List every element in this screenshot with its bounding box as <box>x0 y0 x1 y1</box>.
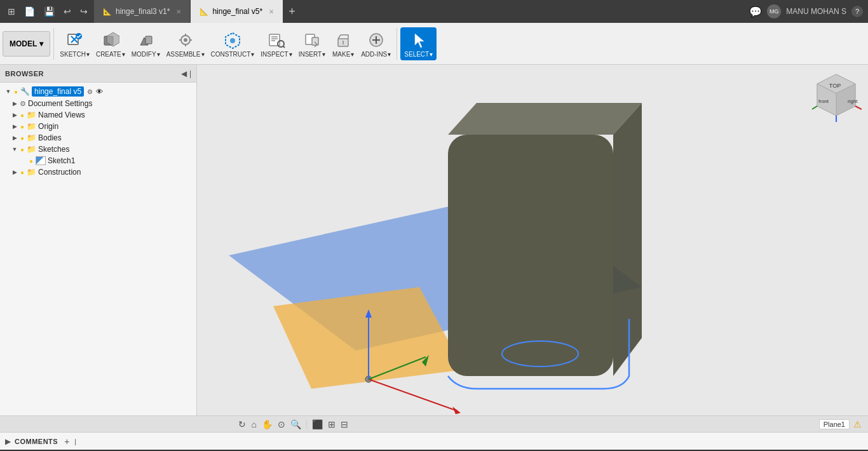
named-views-eye-icon[interactable]: ● <box>20 112 24 119</box>
help-icon[interactable]: ? <box>851 6 863 17</box>
file-icon[interactable]: 📄 <box>22 5 37 18</box>
construct-tool[interactable]: CONSTRUCT ▾ <box>208 29 257 59</box>
comments-panel-icon[interactable]: | <box>74 438 76 445</box>
construction-expand-icon[interactable] <box>11 169 18 175</box>
origin-label: Origin <box>38 122 58 131</box>
construction-folder-icon: 📁 <box>27 168 36 177</box>
comments-title: COMMENTS <box>15 438 58 445</box>
tree-named-views[interactable]: ● 📁 Named Views <box>0 109 196 121</box>
bodies-eye-icon[interactable]: ● <box>20 135 24 142</box>
notifications-icon[interactable]: 💬 <box>749 6 762 18</box>
browser-collapse-icon[interactable]: ◀ <box>181 69 187 78</box>
avatar[interactable]: MG <box>767 4 781 18</box>
zoom-fit-icon[interactable]: ⊙ <box>278 419 285 429</box>
grid-icon[interactable]: ⊞ <box>328 419 336 429</box>
tab2-label: hinge_final v5* <box>212 7 262 16</box>
tree-construction[interactable]: ● 📁 Construction <box>0 166 196 178</box>
root-gear-icon[interactable]: ⚙ <box>87 88 93 95</box>
zoom-icon[interactable]: 🔍 <box>290 419 301 429</box>
bodies-expand-icon[interactable] <box>11 135 18 141</box>
tab-file1[interactable]: 📐 hinge_final3 v1* ✕ <box>94 0 191 23</box>
view-settings-icon[interactable]: ⊟ <box>341 419 348 429</box>
apps-icon[interactable]: ⊞ <box>5 5 18 18</box>
modify-tool[interactable]: MODIFY ▾ <box>129 29 163 59</box>
home-icon[interactable]: ⌂ <box>251 419 256 429</box>
root-expand-icon[interactable] <box>5 88 11 95</box>
sketches-expand-icon[interactable] <box>11 146 18 152</box>
pan-icon[interactable]: ✋ <box>262 419 273 429</box>
create-tool[interactable]: CREATE ▾ <box>93 29 128 59</box>
sketches-folder-icon: 📁 <box>27 145 36 154</box>
main-area: BROWSER ◀ | ● 🔧 hinge_final v5 ⚙ 👁 ⚙ Doc… <box>0 65 868 415</box>
orbit-icon[interactable]: ↻ <box>238 419 246 429</box>
construction-label: Construction <box>38 168 81 177</box>
named-views-folder-icon: 📁 <box>27 111 36 119</box>
named-views-expand-icon[interactable] <box>11 112 18 118</box>
named-views-label: Named Views <box>38 111 85 119</box>
tree-root[interactable]: ● 🔧 hinge_final v5 ⚙ 👁 <box>0 85 196 98</box>
tree-sketch1[interactable]: ● Sketch1 <box>0 155 196 166</box>
viewport[interactable]: TOP right front <box>197 65 868 415</box>
assemble-tool[interactable]: ASSEMBLE ▾ <box>164 29 207 59</box>
origin-expand-icon[interactable] <box>11 123 18 130</box>
inspect-icon <box>266 30 287 50</box>
make-icon <box>333 30 353 50</box>
tab1-icon: 📐 <box>103 8 112 16</box>
tab-strip: 📐 hinge_final3 v1* ✕ 📐 hinge_final v5* ✕… <box>94 0 745 23</box>
doc-settings-label: Document Settings <box>28 99 92 108</box>
tree-doc-settings[interactable]: ⚙ Document Settings <box>0 98 196 109</box>
addins-tool[interactable]: ADD-INS ▾ <box>358 29 393 59</box>
assemble-label: ASSEMBLE ▾ <box>166 51 205 58</box>
tree-origin[interactable]: ● 📁 Origin <box>0 121 196 132</box>
select-tool[interactable]: SELECT ▾ <box>400 27 437 60</box>
status-bar: ↻ ⌂ ✋ ⊙ 🔍 ⬛ ⊞ ⊟ Plane1 ⚠ <box>0 415 868 432</box>
warning-icon[interactable]: ⚠ <box>853 419 862 429</box>
save-icon[interactable]: 💾 <box>41 5 57 18</box>
comments-expand-icon[interactable]: ▶ <box>5 437 11 446</box>
model-label: MODEL <box>10 39 37 48</box>
insert-tool[interactable]: INSERT ▾ <box>296 29 329 59</box>
doc-settings-expand-icon[interactable] <box>11 100 18 107</box>
construct-icon <box>222 30 243 50</box>
svg-marker-31 <box>613 103 642 376</box>
tab1-close[interactable]: ✕ <box>176 8 181 15</box>
root-eye2-icon[interactable]: 👁 <box>96 88 103 95</box>
axis-cube[interactable]: TOP right front <box>811 71 862 122</box>
model-button[interactable]: MODEL ▾ <box>3 31 50 57</box>
addins-icon <box>366 30 386 50</box>
undo-icon[interactable]: ↩ <box>61 5 74 18</box>
add-tab-button[interactable]: + <box>283 0 301 23</box>
toolbar: MODEL ▾ SKETCH ▾ CREATE ▾ <box>0 23 868 65</box>
root-visibility-icon[interactable]: ● <box>14 88 18 95</box>
tree-sketches[interactable]: ● 📁 Sketches <box>0 144 196 155</box>
construct-label: CONSTRUCT ▾ <box>211 51 255 58</box>
browser-panel: BROWSER ◀ | ● 🔧 hinge_final v5 ⚙ 👁 ⚙ Doc… <box>0 65 197 415</box>
bodies-folder-icon: 📁 <box>27 133 36 142</box>
construction-eye-icon[interactable]: ● <box>20 169 24 176</box>
tree-bodies[interactable]: ● 📁 Bodies <box>0 132 196 144</box>
svg-point-12 <box>230 38 235 43</box>
sketch-tool[interactable]: SKETCH ▾ <box>57 29 92 59</box>
root-folder-icon: 🔧 <box>20 87 30 96</box>
sketch1-eye-icon[interactable]: ● <box>29 158 33 165</box>
status-right: Plane1 ⚠ <box>819 419 862 429</box>
display-mode-icon[interactable]: ⬛ <box>312 419 323 429</box>
viewport-svg <box>197 65 868 415</box>
svg-text:right: right <box>848 98 858 104</box>
comments-add-icon[interactable]: + <box>64 436 69 447</box>
svg-text:TOP: TOP <box>829 83 841 89</box>
tab-file2[interactable]: 📐 hinge_final v5* ✕ <box>191 0 283 23</box>
sketches-eye-icon[interactable]: ● <box>20 146 24 153</box>
inspect-tool[interactable]: INSPECT ▾ <box>258 29 294 59</box>
tab2-icon: 📐 <box>200 8 208 16</box>
browser-header: BROWSER ◀ | <box>0 65 196 83</box>
comments-bar: ▶ COMMENTS + | <box>0 432 868 450</box>
browser-pin-icon[interactable]: | <box>189 69 191 78</box>
username: MANU MOHAN S <box>786 7 846 16</box>
status-separator <box>306 419 307 429</box>
origin-eye-icon[interactable]: ● <box>20 123 24 130</box>
make-tool[interactable]: MAKE ▾ <box>329 29 357 59</box>
sketch1-label: Sketch1 <box>48 156 75 165</box>
redo-icon[interactable]: ↪ <box>78 5 90 18</box>
tab2-close[interactable]: ✕ <box>269 8 274 15</box>
